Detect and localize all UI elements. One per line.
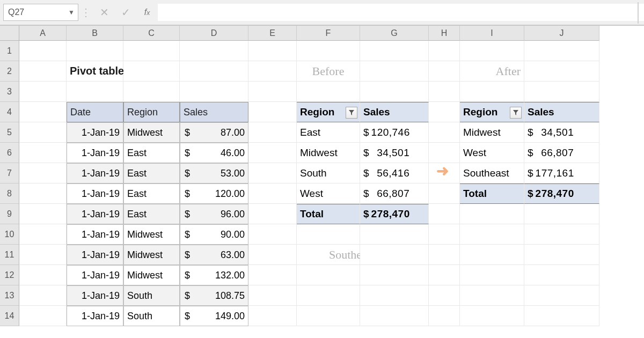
cancel-icon[interactable]: ✕ — [93, 6, 115, 19]
cell[interactable] — [19, 245, 67, 265]
source-header-region[interactable]: Region — [123, 102, 180, 122]
col-header[interactable]: F — [297, 26, 360, 41]
cell[interactable] — [19, 204, 67, 224]
cell[interactable] — [180, 41, 248, 61]
table-cell[interactable]: 1-Jan-19 — [67, 183, 123, 204]
cell[interactable] — [429, 306, 460, 326]
table-cell[interactable]: 1-Jan-19 — [67, 265, 123, 285]
enter-icon[interactable]: ✓ — [115, 6, 136, 19]
col-header[interactable]: H — [429, 26, 460, 41]
table-cell[interactable]: Midwest — [123, 245, 180, 265]
cell[interactable] — [360, 285, 429, 306]
table-cell[interactable]: 1-Jan-19 — [67, 204, 123, 224]
cell[interactable] — [429, 183, 460, 204]
table-cell[interactable]: $120.00 — [180, 183, 248, 204]
table-cell[interactable]: $90.00 — [180, 224, 248, 245]
cell[interactable] — [429, 245, 460, 265]
source-header-sales[interactable]: Sales — [180, 102, 248, 122]
cell[interactable] — [460, 82, 524, 102]
table-cell[interactable]: Midwest — [123, 224, 180, 245]
pivot-row-value[interactable]: $177,161 — [524, 163, 599, 183]
cell[interactable] — [524, 41, 599, 61]
cell[interactable] — [248, 245, 297, 265]
table-cell[interactable]: 1-Jan-19 — [67, 306, 123, 326]
col-header[interactable]: G — [360, 26, 429, 41]
row-header[interactable]: 7 — [0, 163, 19, 183]
cell[interactable] — [19, 224, 67, 245]
row-header[interactable]: 12 — [0, 265, 19, 285]
cell[interactable]: Southeast = South + East — [297, 245, 360, 265]
pivot-row-label[interactable]: East — [297, 122, 360, 143]
table-cell[interactable]: 1-Jan-19 — [67, 163, 123, 183]
cell[interactable] — [248, 122, 297, 143]
cell[interactable] — [524, 82, 599, 102]
cell[interactable] — [180, 61, 248, 82]
cell[interactable] — [248, 204, 297, 224]
pivot-row-label[interactable]: West — [460, 143, 524, 163]
table-cell[interactable]: $96.00 — [180, 204, 248, 224]
cell[interactable] — [180, 82, 248, 102]
cell[interactable] — [19, 183, 67, 204]
cell[interactable] — [460, 306, 524, 326]
dropdown-icon[interactable]: ▼ — [68, 9, 75, 16]
col-header[interactable]: B — [67, 26, 123, 41]
cell[interactable]: After — [460, 61, 524, 82]
pivot-row-value[interactable]: $120,746 — [360, 122, 429, 143]
col-header[interactable]: A — [19, 26, 67, 41]
cell[interactable] — [248, 265, 297, 285]
pivot-row-value[interactable]: $ 66,807 — [360, 183, 429, 204]
cell[interactable] — [360, 41, 429, 61]
pivot-row-label[interactable]: West — [297, 183, 360, 204]
pivot-row-value[interactable]: $ 56,416 — [360, 163, 429, 183]
cell[interactable] — [19, 143, 67, 163]
cell[interactable] — [297, 285, 360, 306]
filter-icon[interactable] — [510, 107, 522, 119]
pivot-total-value[interactable]: $278,470 — [360, 204, 429, 224]
cell[interactable] — [429, 265, 460, 285]
col-header[interactable]: C — [123, 26, 180, 41]
table-cell[interactable]: $87.00 — [180, 122, 248, 143]
cell[interactable] — [429, 82, 460, 102]
cell[interactable] — [429, 102, 460, 122]
cell[interactable] — [19, 285, 67, 306]
pivot-before-region-header[interactable]: Region — [297, 102, 360, 122]
cell[interactable] — [429, 204, 460, 224]
pivot-before-sales-header[interactable]: Sales — [360, 102, 429, 122]
pivot-total-value[interactable]: $278,470 — [524, 183, 599, 204]
table-cell[interactable]: East — [123, 143, 180, 163]
table-cell[interactable]: $108.75 — [180, 285, 248, 306]
cell[interactable] — [248, 224, 297, 245]
cell[interactable] — [460, 245, 524, 265]
cell[interactable] — [67, 41, 123, 61]
pivot-row-value[interactable]: $ 34,501 — [524, 122, 599, 143]
cell[interactable] — [524, 285, 599, 306]
cell[interactable] — [524, 245, 599, 265]
pivot-row-label[interactable]: South — [297, 163, 360, 183]
cell[interactable] — [123, 82, 180, 102]
cell[interactable] — [360, 265, 429, 285]
table-cell[interactable]: South — [123, 285, 180, 306]
cell[interactable] — [19, 122, 67, 143]
table-cell[interactable]: $132.00 — [180, 265, 248, 285]
cell[interactable] — [524, 224, 599, 245]
cell[interactable] — [19, 82, 67, 102]
source-header-date[interactable]: Date — [67, 102, 123, 122]
cell[interactable] — [248, 183, 297, 204]
cell[interactable] — [460, 285, 524, 306]
table-cell[interactable]: East — [123, 183, 180, 204]
cell[interactable] — [19, 306, 67, 326]
name-box[interactable]: Q27 ▼ — [3, 4, 78, 21]
pivot-row-label[interactable]: Midwest — [297, 143, 360, 163]
row-header[interactable]: 1 — [0, 41, 19, 61]
fx-icon[interactable]: fx — [136, 8, 158, 17]
cell[interactable] — [19, 265, 67, 285]
cell[interactable] — [429, 143, 460, 163]
cell[interactable] — [360, 245, 429, 265]
table-cell[interactable]: 1-Jan-19 — [67, 224, 123, 245]
row-header[interactable]: 5 — [0, 122, 19, 143]
row-header[interactable]: 4 — [0, 102, 19, 122]
row-header[interactable]: 14 — [0, 306, 19, 326]
table-cell[interactable]: $149.00 — [180, 306, 248, 326]
cell[interactable] — [297, 265, 360, 285]
table-cell[interactable]: South — [123, 306, 180, 326]
